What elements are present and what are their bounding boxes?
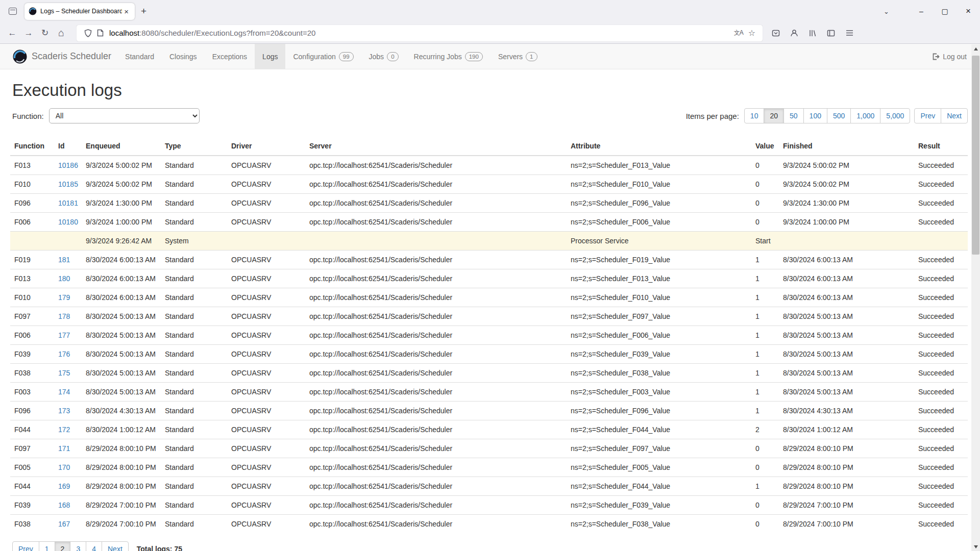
cell-type: Standard [161,251,227,269]
menu-icon[interactable] [841,26,857,41]
log-id-link[interactable]: 173 [58,407,70,415]
log-id-link[interactable]: 169 [58,482,70,490]
cell-result: Succeeded [914,496,968,515]
log-id-link[interactable]: 10181 [58,199,78,207]
cell-id[interactable]: 171 [54,439,82,458]
log-id-link[interactable]: 10186 [58,161,78,169]
pager-prev[interactable]: Prev [12,541,39,551]
items-per-page-option-20[interactable]: 20 [764,108,784,123]
log-id-link[interactable]: 179 [58,293,70,302]
cell-id[interactable]: 180 [54,269,82,288]
items-per-page-option-5000[interactable]: 5,000 [880,108,910,123]
log-id-link[interactable]: 170 [58,463,70,471]
cell-driver: OPCUASRV [227,345,305,364]
cell-id[interactable]: 169 [54,477,82,496]
nav-item-label: Closings [169,53,197,61]
window-minimize-button[interactable]: – [910,0,933,22]
url-bar[interactable]: localhost:8080/scheduler/ExecutionLogs?f… [77,25,763,41]
window-maximize-button[interactable]: ▢ [933,0,957,22]
log-id-link[interactable]: 175 [58,369,70,377]
log-id-link[interactable]: 180 [58,274,70,283]
home-icon[interactable]: ⌂ [53,26,69,41]
url-text[interactable]: localhost:8080/scheduler/ExecutionLogs?f… [109,29,731,37]
nav-item-exceptions[interactable]: Exceptions [205,44,255,69]
cell-id[interactable]: 178 [54,307,82,326]
items-per-page-option-1000[interactable]: 1,000 [850,108,880,123]
cell-id[interactable]: 168 [54,496,82,515]
cell-id[interactable]: 10185 [54,175,82,194]
pocket-save-icon[interactable] [768,26,784,41]
cell-id[interactable]: 176 [54,345,82,364]
cell-id[interactable]: 167 [54,515,82,534]
cell-id[interactable]: 173 [54,402,82,420]
sidebar-icon[interactable] [823,26,839,41]
items-per-page-option-500[interactable]: 500 [827,108,851,123]
shield-icon[interactable] [82,29,94,37]
log-id-link[interactable]: 181 [58,256,70,264]
log-id-link[interactable]: 168 [58,501,70,509]
cell-id[interactable]: 10181 [54,194,82,213]
scrollbar-down-icon[interactable] [971,542,980,551]
page-info-icon[interactable] [94,29,106,37]
cell-id[interactable]: 177 [54,326,82,345]
cell-id[interactable]: 181 [54,251,82,269]
pager-4[interactable]: 4 [86,541,102,551]
cell-id[interactable]: 10186 [54,156,82,175]
log-id-link[interactable]: 178 [58,312,70,320]
log-id-link[interactable]: 172 [58,425,70,434]
cell-driver: OPCUASRV [227,402,305,420]
log-id-link[interactable]: 171 [58,444,70,453]
nav-item-logs[interactable]: Logs [255,44,285,69]
translate-icon[interactable]: 文A [731,29,746,37]
items-per-page-option-50[interactable]: 50 [783,108,804,123]
cell-id[interactable]: 172 [54,420,82,439]
nav-item-configuration[interactable]: Configuration99 [285,44,361,69]
logout-button[interactable]: Log out [932,53,967,61]
log-id-link[interactable]: 10180 [58,218,78,226]
library-icon[interactable] [804,26,821,41]
cell-id[interactable]: 170 [54,458,82,477]
account-icon[interactable] [786,26,802,41]
cell-id[interactable]: 175 [54,364,82,383]
items-per-page-option-100[interactable]: 100 [803,108,827,123]
pager-2[interactable]: 2 [55,541,71,551]
tab-overflow-icon[interactable]: ⌄ [874,8,898,15]
nav-item-standard[interactable]: Standard [117,44,162,69]
scrollbar-thumb[interactable] [972,56,979,255]
cell-id[interactable]: 10180 [54,213,82,232]
log-id-link[interactable]: 174 [58,388,70,396]
brand[interactable]: Scaderis Scheduler [0,49,117,64]
nav-item-jobs[interactable]: Jobs0 [361,44,406,69]
cell-id[interactable]: 174 [54,383,82,402]
bookmark-star-icon[interactable]: ☆ [746,28,757,38]
cell-result: Succeeded [914,213,968,232]
forward-icon[interactable]: → [20,26,37,41]
nav-item-closings[interactable]: Closings [162,44,205,69]
items-per-page-option-10[interactable]: 10 [744,108,765,123]
pager-3[interactable]: 3 [70,541,86,551]
back-icon[interactable]: ← [4,26,20,41]
prev-button[interactable]: Prev [914,108,941,123]
cell-id[interactable]: 179 [54,288,82,307]
pager-1[interactable]: 1 [39,541,55,551]
nav-item-servers[interactable]: Servers1 [491,44,545,69]
new-tab-button[interactable]: + [135,6,153,17]
log-id-link[interactable]: 176 [58,350,70,358]
function-filter-select[interactable]: All [49,108,200,123]
browser-tab[interactable]: Logs – Scheduler Dashboard × [24,3,135,20]
log-id-link[interactable]: 10185 [58,180,78,188]
window-close-button[interactable]: × [957,0,980,22]
tab-close-icon[interactable]: × [122,7,131,16]
firefox-view-icon[interactable] [5,4,20,19]
log-id-link[interactable]: 167 [58,520,70,528]
pager-next[interactable]: Next [102,541,129,551]
log-id-link[interactable]: 177 [58,331,70,339]
nav-item-recurring-jobs[interactable]: Recurring Jobs190 [406,44,491,69]
vertical-scrollbar[interactable] [971,44,980,551]
cell-value: Start [751,232,779,251]
reload-icon[interactable]: ↻ [37,26,53,41]
next-button[interactable]: Next [941,108,968,123]
cell-function [10,232,54,251]
scrollbar-up-icon[interactable] [971,44,980,53]
cell-enqueued: 8/30/2024 6:00:13 AM [82,288,161,307]
